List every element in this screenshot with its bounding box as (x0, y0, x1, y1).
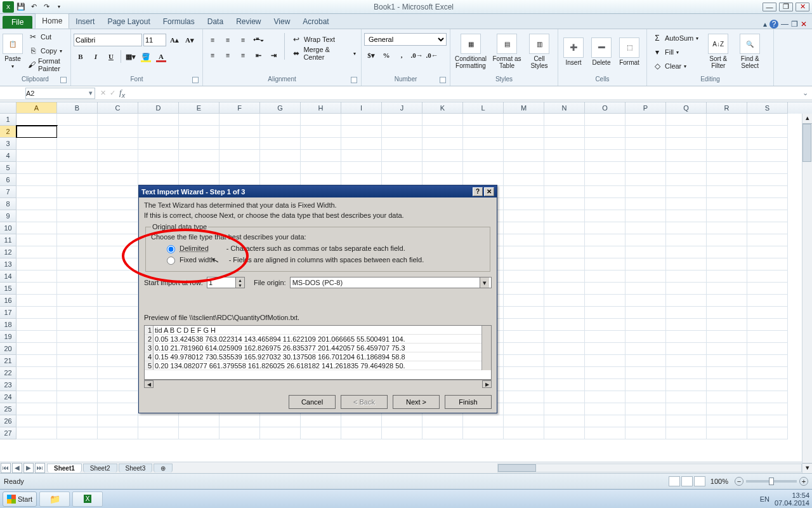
cell[interactable] (504, 391, 544, 403)
decrease-indent-icon[interactable]: ⇤ (251, 48, 265, 62)
spin-up-icon[interactable]: ▲ (235, 277, 244, 283)
wrap-text-button[interactable]: ↩Wrap Text (289, 33, 358, 46)
find-select-button[interactable]: 🔍Find & Select (735, 30, 764, 72)
cell[interactable] (382, 150, 422, 162)
cell[interactable] (98, 162, 138, 174)
row-header[interactable]: 23 (0, 379, 16, 391)
fixed-width-radio[interactable] (167, 257, 175, 265)
number-format-combo[interactable]: General (364, 33, 447, 46)
cell[interactable] (16, 138, 57, 150)
cell[interactable] (16, 367, 57, 379)
cell[interactable] (707, 271, 747, 283)
column-header[interactable]: C (98, 102, 138, 114)
cell[interactable] (707, 210, 747, 222)
cell[interactable] (504, 271, 544, 283)
cell[interactable] (504, 415, 544, 427)
cell[interactable] (666, 162, 707, 174)
format-painter-button[interactable]: 🖌Format Painter (25, 58, 68, 71)
page-break-view-button[interactable] (694, 476, 705, 486)
cell[interactable] (707, 222, 747, 234)
cell[interactable] (138, 162, 179, 174)
cell[interactable] (585, 283, 625, 295)
row-header[interactable]: 26 (0, 415, 16, 427)
column-header[interactable]: O (585, 102, 625, 114)
cell[interactable] (179, 162, 219, 174)
cell[interactable] (625, 427, 666, 439)
start-row-spinner[interactable]: ▲▼ (207, 277, 245, 288)
cell[interactable] (625, 295, 666, 307)
cell[interactable] (16, 162, 57, 174)
cell[interactable] (585, 319, 625, 331)
cell[interactable] (98, 222, 138, 234)
cell[interactable] (707, 331, 747, 343)
merge-center-button[interactable]: ⬌Merge & Center▾ (289, 47, 358, 60)
row-header[interactable]: 9 (0, 210, 16, 222)
chevron-down-icon[interactable]: ▾ (87, 89, 95, 97)
cell[interactable] (585, 234, 625, 246)
cell[interactable] (179, 415, 219, 427)
cell[interactable] (16, 331, 57, 343)
increase-font-icon[interactable]: A▴ (167, 33, 181, 47)
cell[interactable] (666, 174, 707, 186)
increase-decimal-icon[interactable]: .0→ (410, 48, 424, 62)
cell[interactable] (16, 186, 57, 198)
row-header[interactable]: 2 (0, 126, 16, 138)
cell[interactable] (463, 162, 504, 174)
cell[interactable] (98, 114, 138, 126)
cell[interactable] (463, 427, 504, 439)
cell[interactable] (301, 126, 341, 138)
cell[interactable] (504, 234, 544, 246)
help-icon[interactable]: ? (769, 20, 778, 29)
cell[interactable] (544, 234, 585, 246)
normal-view-button[interactable] (669, 476, 680, 486)
cell[interactable] (666, 367, 707, 379)
cell[interactable] (544, 343, 585, 355)
cell[interactable] (625, 307, 666, 319)
cell[interactable] (585, 367, 625, 379)
cell[interactable] (341, 150, 382, 162)
cell[interactable] (585, 246, 625, 258)
cell[interactable] (260, 415, 301, 427)
cell[interactable] (625, 246, 666, 258)
copy-button[interactable]: ⎘Copy▾ (25, 44, 68, 57)
cell[interactable] (463, 126, 504, 138)
cell[interactable] (747, 138, 788, 150)
cell[interactable] (666, 415, 707, 427)
cell[interactable] (544, 391, 585, 403)
cell[interactable] (585, 258, 625, 271)
cell[interactable] (707, 283, 747, 295)
cell[interactable] (707, 150, 747, 162)
cell[interactable] (98, 391, 138, 403)
cell[interactable] (98, 138, 138, 150)
cell[interactable] (585, 198, 625, 210)
row-header[interactable]: 16 (0, 295, 16, 307)
dialog-launcher-icon[interactable] (351, 77, 357, 83)
taskbar-excel-tile[interactable]: X (72, 491, 103, 507)
cell[interactable] (382, 138, 422, 150)
cell[interactable] (544, 198, 585, 210)
cell[interactable] (707, 295, 747, 307)
column-header[interactable]: S (747, 102, 788, 114)
cell[interactable] (585, 150, 625, 162)
cell[interactable] (747, 415, 788, 427)
delimited-radio[interactable] (167, 245, 175, 253)
cell[interactable] (138, 415, 179, 427)
column-header[interactable]: N (544, 102, 585, 114)
cell[interactable] (544, 271, 585, 283)
preview-h-scrollbar[interactable]: ◀ ▶ (144, 380, 492, 389)
cell[interactable] (666, 210, 707, 222)
cell[interactable] (16, 391, 57, 403)
cell[interactable] (57, 246, 98, 258)
cell[interactable] (585, 126, 625, 138)
workbook-close-button[interactable]: ✕ (801, 20, 807, 29)
sort-filter-button[interactable]: A↓ZSort & Filter (704, 30, 733, 72)
zoom-value[interactable]: 100% (710, 478, 728, 485)
cell[interactable] (747, 391, 788, 403)
page-layout-tab[interactable]: Page Layout (101, 15, 156, 29)
undo-icon[interactable]: ↶ (28, 1, 39, 13)
cell[interactable] (666, 343, 707, 355)
cell[interactable] (16, 343, 57, 355)
cell[interactable] (585, 427, 625, 439)
underline-button[interactable]: U (104, 50, 118, 64)
cell[interactable] (666, 295, 707, 307)
